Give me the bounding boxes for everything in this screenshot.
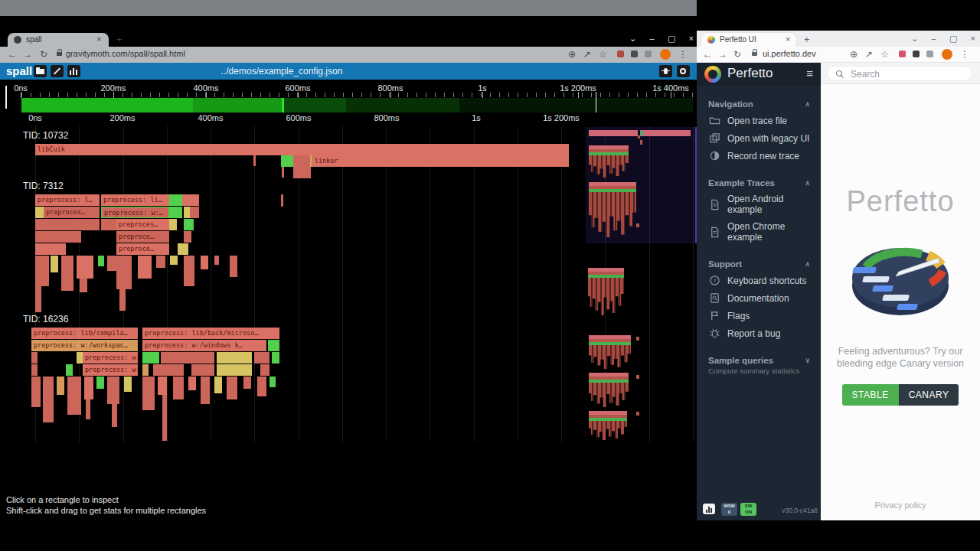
flame-bar[interactable] [31,352,38,364]
flame-bar[interactable] [270,377,276,387]
privacy-policy-link[interactable]: Privacy policy [821,500,980,510]
stable-button[interactable]: STABLE [842,384,899,406]
flame-bar[interactable] [169,207,182,218]
flame-bar[interactable] [281,194,283,207]
flame-bar[interactable] [31,377,41,407]
flame-bar[interactable] [66,364,73,376]
search-input[interactable]: Search [827,66,972,81]
close-icon[interactable]: × [689,34,694,44]
flame-bar[interactable] [43,377,54,422]
flame-bar[interactable] [182,194,199,206]
flame-bar[interactable] [84,377,93,399]
minimize-icon[interactable]: – [931,34,936,44]
right-url-text[interactable]: ui.perfetto.dev [763,49,816,58]
flame-bar[interactable] [243,377,251,389]
flame-bar[interactable]: preprocess: lib/back/microso… [142,328,279,339]
sidebar-item-open-trace-file[interactable]: Open trace file [697,112,821,129]
flame-bar[interactable]: preprocess: w:/w… [83,364,138,376]
flame-bar[interactable] [35,286,41,312]
crosshair-tool-button[interactable] [51,65,64,77]
right-window-controls[interactable]: ⌄ – ▢ × [911,34,975,44]
flame-bar[interactable] [184,256,194,286]
share-icon[interactable]: ↗ [583,49,591,60]
flame-bar[interactable] [184,207,190,218]
reload-icon[interactable]: ↻ [733,49,741,60]
flame-bar[interactable] [107,377,119,404]
flame-bar[interactable] [161,352,214,364]
flame-bar[interactable]: preprocess: w:/workspac… [31,340,138,351]
flame-bar[interactable] [51,256,58,272]
left-url-text[interactable]: gravitymoth.com/spall/spall.html [66,49,185,58]
flame-bar[interactable] [169,194,182,206]
back-icon[interactable]: ← [703,49,712,60]
bookmark-star-icon[interactable]: ☆ [880,49,889,60]
flame-bar[interactable] [35,231,81,243]
flame-bar[interactable] [112,404,117,427]
canary-button[interactable]: CANARY [899,384,959,406]
flame-bar[interactable] [190,207,199,218]
tab-close-icon[interactable]: × [786,34,790,44]
new-tab-button[interactable]: + [116,34,122,45]
flame-bar[interactable] [173,377,184,399]
sidebar-item-flags[interactable]: Flags [697,307,821,324]
sidebar-item-open-with-legacy-ui[interactable]: Open with legacy UI [697,129,821,147]
sidebar-item-report-a-bug[interactable]: Report a bug [697,324,821,342]
flame-bar[interactable] [282,167,284,178]
side-panel-icon[interactable] [926,51,933,57]
flame-bar[interactable] [57,377,64,395]
sidebar-item-keyboard-shortcuts[interactable]: ?Keyboard shortcuts [697,272,821,289]
share-icon[interactable]: ↗ [865,49,873,60]
flame-bar[interactable] [156,256,165,268]
flame-bar[interactable] [35,243,66,255]
flame-bar[interactable] [96,377,104,389]
sidebar-item-documentation[interactable]: Documentation [697,289,821,307]
extensions-puzzle-icon[interactable] [631,51,638,57]
flame-bar[interactable]: preprocess: w:… [101,207,169,218]
flame-bar[interactable] [257,377,266,396]
flame-bar[interactable] [188,377,196,390]
left-window-controls[interactable]: ⌄ – ▢ × [629,34,694,44]
flame-bar[interactable] [268,340,279,351]
zoom-icon[interactable]: ⊕ [850,49,858,60]
menu-kebab-icon[interactable]: ⋮ [960,49,969,60]
flame-bar[interactable]: preprocess: l… [35,194,100,206]
flame-bar[interactable] [230,256,237,277]
new-tab-button[interactable]: + [804,34,810,45]
sidebar-item-record-new-trace[interactable]: Record new trace [697,147,821,165]
flame-bar[interactable] [142,364,149,376]
flame-bar[interactable]: preprocess: li… [101,194,169,206]
zoom-icon[interactable]: ⊕ [568,49,576,60]
sidebar-section-header[interactable]: Support∧ [697,256,821,272]
flame-bar[interactable] [35,207,44,218]
sidebar-section-header[interactable]: Example Traces∧ [697,175,821,191]
flame-bar[interactable] [201,377,210,404]
maximize-icon[interactable]: ▢ [949,34,957,44]
metrics-button[interactable] [703,504,715,514]
flame-bar[interactable] [254,352,270,364]
reload-icon[interactable]: ↻ [40,49,47,60]
flame-bar[interactable] [162,395,167,441]
settings-button[interactable] [677,65,690,77]
chart-view-button[interactable] [67,65,80,77]
flame-bar[interactable]: preproce… [116,231,169,243]
flame-bar[interactable] [158,377,167,395]
flame-bar[interactable] [31,364,38,376]
flame-bar[interactable] [35,256,49,286]
flame-bar[interactable] [67,377,81,415]
flame-bar[interactable] [272,352,279,364]
profile-avatar[interactable] [942,49,952,60]
sidebar-section-header[interactable]: Navigation∧ [697,96,821,112]
open-file-button[interactable] [34,65,47,77]
extensions-puzzle-icon[interactable] [913,51,920,57]
flame-bar[interactable] [77,352,83,364]
flame-bar[interactable] [80,279,87,292]
close-icon[interactable]: × [971,34,975,44]
chevron-down-icon[interactable]: ⌄ [629,34,636,44]
flame-bar[interactable] [124,377,132,392]
flame-bar[interactable]: preproce… [116,243,169,255]
flame-bar[interactable] [293,155,310,167]
flame-bar[interactable] [281,155,293,167]
flame-bar[interactable]: preprocess: w:/windows k… [142,340,266,351]
flame-bar[interactable] [101,219,116,230]
flame-bar[interactable]: linker [310,155,569,167]
